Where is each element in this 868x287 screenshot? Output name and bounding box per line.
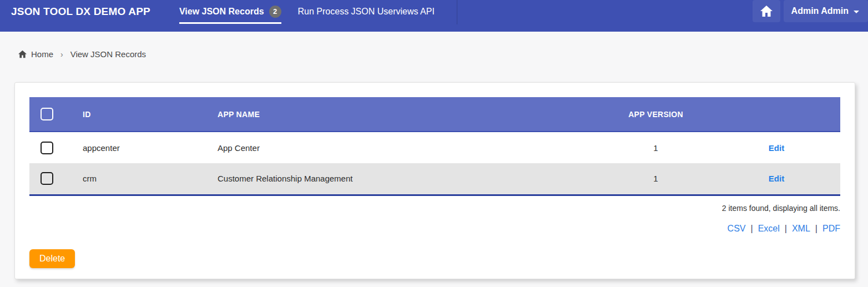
breadcrumb-separator: › <box>60 50 63 59</box>
export-xml-link[interactable]: XML <box>792 224 810 233</box>
row-checkbox[interactable] <box>41 142 53 154</box>
breadcrumb-current-page: View JSON Records <box>70 49 146 59</box>
home-icon <box>760 5 773 17</box>
navbar-right-group: Admin Admin <box>753 0 868 24</box>
cell-action: Edit <box>713 163 840 195</box>
tab-label: Run Process JSON Userviews API <box>298 7 435 17</box>
export-pdf-link[interactable]: PDF <box>822 224 840 233</box>
record-count-badge: 2 <box>269 6 281 18</box>
row-checkbox-cell <box>29 163 73 195</box>
home-icon <box>18 50 31 58</box>
table-row: crm Customer Relationship Management 1 E… <box>29 163 840 195</box>
items-found-summary: 2 items found, displaying all items. <box>29 204 840 213</box>
table-header-row: ID APP NAME APP VERSION <box>29 97 840 132</box>
row-checkbox[interactable] <box>41 172 53 185</box>
tab-run-process-json-userviews-api[interactable]: Run Process JSON Userviews API <box>298 0 435 23</box>
chevron-down-icon <box>854 11 859 13</box>
header-app-name: APP NAME <box>208 97 599 132</box>
home-button[interactable] <box>753 0 780 22</box>
user-menu-label: Admin Admin <box>791 6 849 16</box>
delete-button[interactable]: Delete <box>29 249 75 268</box>
select-all-checkbox[interactable] <box>41 108 53 120</box>
user-menu-button[interactable]: Admin Admin <box>784 0 868 22</box>
cell-app-version: 1 <box>599 132 713 163</box>
edit-link[interactable]: Edit <box>769 143 784 153</box>
nav-tabs: View JSON Records 2 Run Process JSON Use… <box>179 0 457 24</box>
table-row: appcenter App Center 1 Edit <box>29 132 840 163</box>
cell-id: appcenter <box>73 132 208 163</box>
breadcrumb-home-label: Home <box>31 49 53 59</box>
breadcrumb: Home › View JSON Records <box>18 49 868 59</box>
cell-id: crm <box>73 163 208 195</box>
cell-app-name: Customer Relationship Management <box>208 163 599 195</box>
header-checkbox-cell <box>29 97 73 132</box>
export-links: CSV|Excel|XML|PDF <box>29 224 840 234</box>
cell-app-version: 1 <box>599 163 713 195</box>
export-separator: | <box>785 224 787 233</box>
edit-link[interactable]: Edit <box>769 174 784 183</box>
export-separator: | <box>751 224 753 233</box>
tab-view-json-records[interactable]: View JSON Records 2 <box>179 0 281 23</box>
row-checkbox-cell <box>29 132 73 163</box>
tab-gap <box>281 0 298 24</box>
records-card: ID APP NAME APP VERSION appcenter App Ce… <box>14 82 855 279</box>
navbar-divider <box>457 0 457 24</box>
export-csv-link[interactable]: CSV <box>728 224 746 233</box>
header-app-version: APP VERSION <box>599 97 713 132</box>
header-id: ID <box>73 97 208 132</box>
export-excel-link[interactable]: Excel <box>758 224 780 233</box>
app-title: JSON TOOL DX DEMO APP <box>11 0 150 23</box>
cell-action: Edit <box>713 132 840 163</box>
breadcrumb-home-link[interactable]: Home <box>18 49 53 59</box>
top-navbar: JSON TOOL DX DEMO APP View JSON Records … <box>0 0 868 32</box>
tab-label: View JSON Records <box>179 7 264 17</box>
export-separator: | <box>815 224 817 233</box>
header-actions <box>713 97 840 132</box>
cell-app-name: App Center <box>208 132 599 163</box>
json-records-table: ID APP NAME APP VERSION appcenter App Ce… <box>29 97 840 196</box>
